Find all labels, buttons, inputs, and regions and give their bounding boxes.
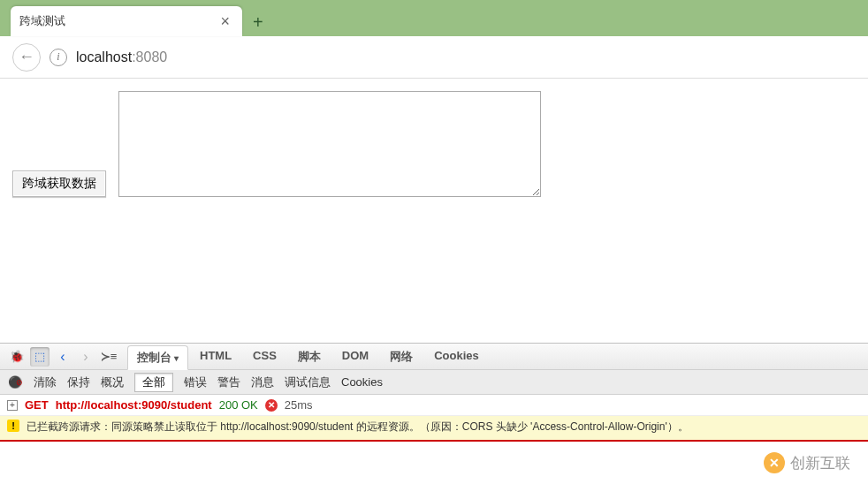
error-icon: ✕ [265,399,278,412]
brand-text: 创新互联 [790,453,850,473]
footer: ✕ 创新互联 [0,442,868,484]
devtools-toolbar: 🐞 ⬚ ‹ › ≻≡ 控制台 HTML CSS 脚本 DOM 网络 Cookie… [0,344,868,370]
request-time: 25ms [285,398,313,412]
tab-script[interactable]: 脚本 [288,344,331,369]
address-bar: ← i localhost:8080 [0,36,868,79]
new-tab-button[interactable]: + [253,12,263,33]
inspect-icon[interactable]: ⬚ [30,347,49,367]
console-request-row[interactable]: + GET http://localhost:9090/student 200 … [0,395,868,416]
break-on-error-icon[interactable]: ⚫⊘ [7,374,23,390]
filter-warnings[interactable]: 警告 [217,374,240,390]
nav-prev-icon[interactable]: ‹ [53,347,72,367]
fetch-cross-origin-button[interactable]: 跨域获取数据 [12,170,106,197]
request-status: 200 OK [219,398,258,412]
url-host: localhost [76,49,132,64]
request-method: GET [25,398,49,412]
console-warning-row: ! 已拦截跨源请求：同源策略禁止读取位于 http://localhost:90… [0,416,868,442]
nav-next-icon[interactable]: › [76,347,95,367]
result-textarea[interactable] [118,91,541,197]
url-port: :8080 [132,49,167,64]
profile-button[interactable]: 概况 [101,374,124,390]
console-subtoolbar: ⚫⊘ 清除 保持 概况 全部 错误 警告 消息 调试信息 Cookies [0,370,868,395]
tab-cookies[interactable]: Cookies [424,344,489,369]
filter-all-button[interactable]: 全部 [134,373,173,392]
tab-dom[interactable]: DOM [332,344,378,369]
clear-button[interactable]: 清除 [34,374,57,390]
tab-css[interactable]: CSS [243,344,286,369]
filter-errors[interactable]: 错误 [184,374,207,390]
command-line-icon[interactable]: ≻≡ [99,347,118,367]
devtools-tabs: 控制台 HTML CSS 脚本 DOM 网络 Cookies [127,344,489,369]
tab-html[interactable]: HTML [190,344,241,369]
site-info-icon[interactable]: i [49,49,67,66]
warning-text: 已拦截跨源请求：同源策略禁止读取位于 http://localhost:9090… [27,420,689,435]
warning-icon: ! [7,420,19,432]
filter-info[interactable]: 消息 [251,374,274,390]
persist-button[interactable]: 保持 [67,374,90,390]
filter-cookies[interactable]: Cookies [341,375,383,389]
url-field[interactable]: localhost:8080 [76,49,167,65]
firebug-icon[interactable]: 🐞 [7,347,27,367]
browser-tab[interactable]: 跨域测试 × [11,6,242,36]
tab-network[interactable]: 网络 [380,344,423,369]
back-button[interactable]: ← [12,43,41,72]
expand-icon[interactable]: + [7,400,18,411]
brand-logo-icon: ✕ [764,452,785,473]
page-content: 跨域获取数据 [0,79,868,209]
browser-tab-strip: 跨域测试 × + [0,0,868,36]
filter-debug[interactable]: 调试信息 [285,374,331,390]
devtools-panel: 🐞 ⬚ ‹ › ≻≡ 控制台 HTML CSS 脚本 DOM 网络 Cookie… [0,343,868,442]
close-tab-icon[interactable]: × [217,12,233,31]
brand-watermark: ✕ 创新互联 [764,452,850,473]
tab-title: 跨域测试 [19,13,217,29]
request-url: http://localhost:9090/student [56,398,212,412]
tab-console[interactable]: 控制台 [127,345,188,370]
chevron-down-icon [171,351,179,364]
